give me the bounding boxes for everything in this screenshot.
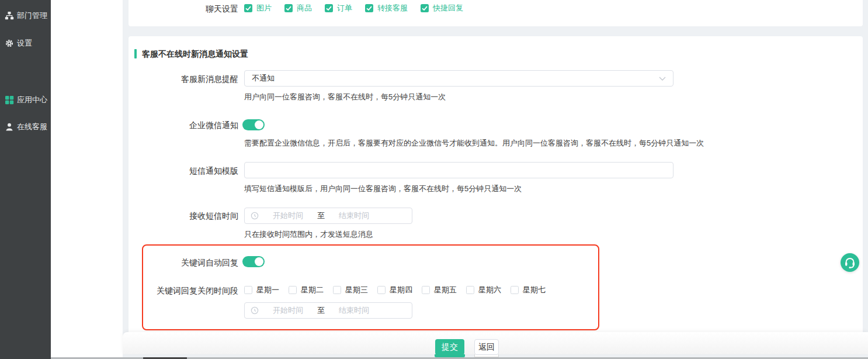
- new-message-alert-helper: 用户向同一位客服咨询，客服不在线时，每5分钟只通知一次: [244, 92, 446, 102]
- sms-time-helper: 只在接收时间范围内，才发送短息消息: [244, 230, 373, 239]
- unchecked-checkbox-icon: [333, 286, 341, 294]
- sidebar-item-label: 设置: [17, 38, 32, 49]
- checked-checkbox-icon: [421, 4, 429, 12]
- footer-buttons: 提交 返回: [435, 339, 499, 355]
- checkbox-label: 星期三: [345, 285, 368, 295]
- end-time-placeholder: 结束时间: [325, 210, 383, 221]
- sidebar-item-label: 部门管理: [17, 11, 47, 21]
- checkbox-option-quick-reply[interactable]: 快捷回复: [421, 3, 463, 13]
- sidebar: 部门管理 设置 应用中心 在线客服: [0, 0, 51, 359]
- sidebar-item-label: 在线客服: [17, 122, 47, 132]
- sidebar-item-label: 应用中心: [17, 95, 47, 105]
- customer-service-float-button[interactable]: [841, 253, 859, 272]
- checkbox-saturday[interactable]: 星期六: [466, 285, 501, 295]
- section-accent-bar: [134, 49, 137, 58]
- start-time-placeholder: 开始时间: [259, 210, 317, 221]
- checkbox-monday[interactable]: 星期一: [244, 285, 279, 295]
- checkbox-label: 快捷回复: [433, 3, 463, 13]
- checkbox-label: 图片: [256, 3, 272, 13]
- keyword-reply-label: 关键词自动回复: [129, 258, 238, 267]
- toggle-knob: [255, 120, 263, 129]
- clock-icon: [251, 212, 259, 220]
- checkbox-label: 转接客服: [377, 3, 408, 13]
- checkbox-label: 星期六: [478, 285, 501, 295]
- checkbox-label: 星期五: [434, 285, 457, 295]
- checkbox-label: 星期一: [256, 285, 279, 295]
- checkbox-thursday[interactable]: 星期四: [377, 285, 412, 295]
- checkbox-label: 星期二: [301, 285, 324, 295]
- keyword-period-label: 关键词回复关闭时间段: [129, 286, 238, 295]
- checked-checkbox-icon: [284, 4, 293, 12]
- page: 部门管理 设置 应用中心 在线客服 聊天设置 图片 商品 订单: [0, 0, 868, 359]
- unchecked-checkbox-icon: [244, 286, 252, 294]
- headset-icon: [841, 253, 859, 272]
- sidebar-item-online-service[interactable]: 在线客服: [5, 122, 47, 132]
- sms-time-range-picker[interactable]: 开始时间 至 结束时间: [244, 208, 412, 224]
- checkbox-option-products[interactable]: 商品: [284, 3, 312, 13]
- sitemap-icon: [5, 11, 14, 20]
- checkbox-sunday[interactable]: 星期七: [511, 285, 546, 295]
- sms-time-label: 接收短信时间: [129, 211, 238, 220]
- sidebar-item-app-center[interactable]: 应用中心: [5, 95, 47, 105]
- back-button[interactable]: 返回: [474, 339, 499, 355]
- unchecked-checkbox-icon: [289, 286, 297, 294]
- checked-checkbox-icon: [365, 4, 373, 12]
- keyword-reply-toggle[interactable]: [242, 256, 265, 267]
- chat-settings-options: 图片 商品 订单 转接客服 快捷回复: [244, 3, 463, 13]
- app-grid-icon: [5, 95, 14, 105]
- toggle-knob: [255, 257, 263, 266]
- submit-button[interactable]: 提交: [435, 339, 464, 355]
- wechat-notify-helper: 需要配置企业微信信息，开启后，客服要有对应的企业微信号才能收到通知。用户向同一位…: [244, 139, 704, 148]
- secondary-panel: [51, 0, 123, 357]
- chat-settings-label: 聊天设置: [129, 4, 238, 13]
- footer-bar: 提交 返回: [123, 332, 868, 354]
- start-time-placeholder: 开始时间: [259, 305, 317, 316]
- wechat-notify-toggle[interactable]: [242, 119, 265, 130]
- end-time-placeholder: 结束时间: [325, 305, 383, 316]
- checkbox-option-transfer[interactable]: 转接客服: [365, 3, 408, 13]
- chat-settings-card: [129, 0, 863, 26]
- checkbox-label: 星期四: [390, 285, 412, 295]
- checkbox-label: 订单: [337, 3, 352, 13]
- checkbox-label: 星期七: [523, 285, 546, 295]
- person-icon: [5, 122, 14, 132]
- weekday-checkbox-group: 星期一 星期二 星期三 星期四 星期五 星期六 星期七: [244, 285, 546, 295]
- sidebar-item-departments[interactable]: 部门管理: [5, 11, 47, 21]
- wechat-notify-label: 企业微信通知: [129, 120, 238, 130]
- range-separator: 至: [317, 305, 325, 316]
- checkbox-option-images[interactable]: 图片: [244, 3, 272, 13]
- section-title: 客服不在线时新消息通知设置: [142, 49, 248, 58]
- sidebar-item-settings[interactable]: 设置: [5, 38, 32, 49]
- unchecked-checkbox-icon: [422, 286, 430, 294]
- unchecked-checkbox-icon: [466, 286, 474, 294]
- unchecked-checkbox-icon: [511, 286, 519, 294]
- checked-checkbox-icon: [325, 4, 333, 12]
- sms-template-helper: 填写短信通知模版后，用户向同一位客服咨询，客服不在线时，每5分钟只通知一次: [244, 184, 522, 194]
- new-message-alert-select[interactable]: 不通知: [244, 70, 673, 87]
- new-message-alert-label: 客服新消息提醒: [129, 74, 238, 84]
- checkbox-tuesday[interactable]: 星期二: [289, 285, 324, 295]
- gear-icon: [5, 39, 14, 48]
- chevron-down-icon: [659, 77, 666, 81]
- sms-template-label: 短信通知模版: [129, 166, 238, 175]
- checkbox-option-orders[interactable]: 订单: [325, 3, 352, 13]
- checkbox-wednesday[interactable]: 星期三: [333, 285, 368, 295]
- checkbox-label: 商品: [297, 3, 312, 13]
- clock-icon: [251, 306, 259, 315]
- checkbox-friday[interactable]: 星期五: [422, 285, 457, 295]
- unchecked-checkbox-icon: [377, 286, 386, 294]
- keyword-period-time-range-picker[interactable]: 开始时间 至 结束时间: [244, 302, 412, 319]
- sms-template-input[interactable]: [244, 162, 673, 178]
- select-value: 不通知: [252, 73, 659, 84]
- range-separator: 至: [317, 210, 325, 221]
- checked-checkbox-icon: [244, 4, 252, 12]
